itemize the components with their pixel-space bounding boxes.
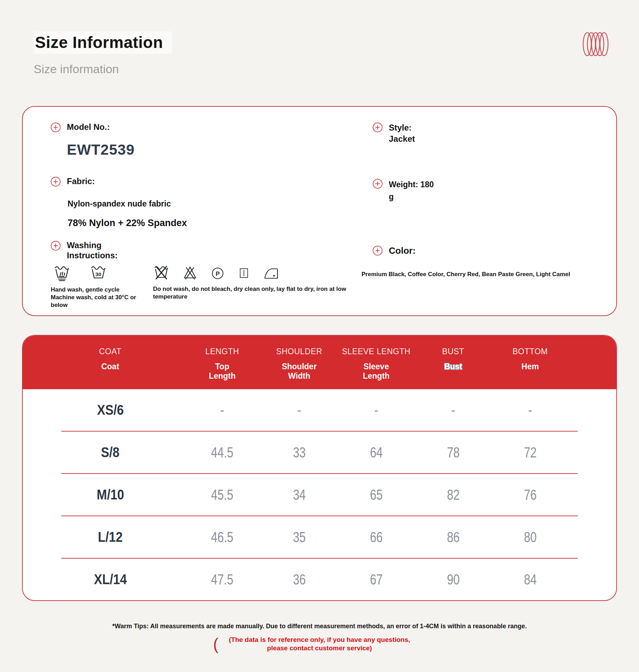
cell-value: 86 bbox=[447, 529, 459, 546]
size-table-header: COAT Coat LENGTH Top Length SHOULDER Sho… bbox=[23, 336, 616, 389]
washing-caption-right: Do not wash, do not bleach, dry clean on… bbox=[153, 285, 352, 301]
plus-circle-icon bbox=[51, 122, 61, 132]
cell-value: - bbox=[220, 402, 224, 419]
cell-value: 46.5 bbox=[211, 529, 233, 546]
cell-value: 90 bbox=[447, 571, 459, 588]
weight-value: Weight: 180 bbox=[389, 178, 434, 191]
style-item: Style: Jacket bbox=[373, 122, 595, 145]
do-not-wash-icon bbox=[153, 264, 170, 282]
cell-value: 65 bbox=[370, 486, 382, 503]
dry-clean-icon: P bbox=[210, 265, 225, 282]
reference-note: ( (The data is for reference only, if yo… bbox=[211, 636, 428, 652]
plus-circle-icon bbox=[373, 246, 382, 255]
cell-value: 82 bbox=[447, 486, 459, 503]
drip-dry-icon bbox=[238, 265, 250, 282]
table-row: S/8 44.5 33 64 78 72 bbox=[23, 432, 616, 473]
washing-instructions-label: Washing Instructions: bbox=[67, 240, 126, 261]
svg-text:30: 30 bbox=[96, 271, 101, 277]
table-row: L/12 46.5 35 66 86 80 bbox=[23, 516, 616, 558]
cell-value: 36 bbox=[293, 571, 306, 588]
model-no-item: Model No.: bbox=[51, 122, 352, 132]
color-item: Color: bbox=[373, 245, 595, 256]
do-not-bleach-icon bbox=[182, 264, 198, 282]
cell-value: 80 bbox=[524, 529, 536, 546]
column-header-coat: COAT Coat bbox=[37, 347, 184, 389]
fabric-description: Nylon-spandex nude fabric bbox=[68, 199, 352, 209]
cell-value: 84 bbox=[524, 571, 536, 588]
table-row: XL/14 47.5 36 67 90 84 bbox=[23, 559, 616, 600]
washing-instructions-item: Washing Instructions: bbox=[51, 240, 352, 261]
cell-value: 47.5 bbox=[211, 571, 233, 588]
color-options: Premium Black, Coffee Color, Cherry Red,… bbox=[361, 271, 595, 278]
cell-value: - bbox=[297, 402, 301, 419]
cell-value: 66 bbox=[370, 529, 382, 546]
cell-value: 67 bbox=[370, 571, 382, 588]
warm-tips-note: *Warm Tips: All measurements are made ma… bbox=[0, 623, 639, 630]
cell-value: 44.5 bbox=[211, 444, 233, 461]
model-no-value: EWT2539 bbox=[67, 141, 352, 158]
cell-value: 72 bbox=[524, 444, 536, 461]
weight-item: Weight: 180 g bbox=[373, 178, 595, 203]
info-left-column: Model No.: EWT2539 Fabric: Nylon-spandex… bbox=[51, 122, 352, 309]
column-header-sleeve-length: SLEEVE LENGTH Sleeve Length bbox=[338, 347, 415, 389]
fabric-composition: 78% Nylon + 22% Spandex bbox=[68, 218, 352, 229]
washing-icons-row: 30 Hand wash, gentle cycle Machine wash,… bbox=[51, 264, 352, 309]
reference-note-text: (The data is for reference only, if you … bbox=[229, 636, 410, 652]
decorative-paren: ( bbox=[213, 634, 218, 654]
cell-value: - bbox=[374, 402, 378, 419]
size-label: XL/14 bbox=[94, 572, 127, 587]
cell-value: 45.5 bbox=[211, 486, 233, 503]
cell-value: - bbox=[528, 402, 532, 419]
size-label: M/10 bbox=[97, 487, 124, 503]
size-label: S/8 bbox=[101, 444, 120, 460]
plus-circle-icon bbox=[51, 241, 61, 251]
cell-value: 34 bbox=[293, 486, 306, 503]
plus-circle-icon bbox=[373, 122, 382, 132]
plus-circle-icon bbox=[373, 179, 382, 189]
style-value: Jacket bbox=[389, 133, 415, 145]
table-row: M/10 45.5 34 65 82 76 bbox=[23, 474, 616, 516]
cell-value: 33 bbox=[293, 444, 306, 461]
size-table: COAT Coat LENGTH Top Length SHOULDER Sho… bbox=[22, 335, 617, 601]
cell-value: - bbox=[451, 402, 455, 419]
washing-caption-left: Hand wash, gentle cycle Machine wash, co… bbox=[51, 286, 144, 309]
style-label: Style: bbox=[389, 122, 415, 133]
page-title: Size Information bbox=[34, 31, 172, 54]
brand-coil-logo-icon bbox=[582, 31, 609, 59]
cell-value: 35 bbox=[293, 529, 306, 546]
info-right-column: Style: Jacket Weight: 180 g Color: Premi… bbox=[352, 122, 595, 309]
column-header-shoulder: SHOULDER Shoulder Width bbox=[261, 347, 338, 389]
size-information-page: Size Information Size information Model … bbox=[0, 0, 639, 672]
cell-value: 76 bbox=[524, 486, 536, 503]
size-label: L/12 bbox=[98, 529, 122, 545]
machine-wash-30-icon: 30 bbox=[89, 264, 107, 283]
fabric-label: Fabric: bbox=[67, 176, 95, 187]
cell-value: 64 bbox=[370, 444, 382, 461]
page-subtitle: Size information bbox=[34, 62, 605, 76]
iron-low-icon bbox=[263, 265, 280, 282]
cell-value: 78 bbox=[447, 444, 459, 461]
svg-text:P: P bbox=[216, 270, 219, 277]
weight-unit: g bbox=[389, 191, 434, 203]
hand-wash-icon bbox=[53, 264, 71, 283]
plus-circle-icon bbox=[51, 177, 61, 187]
color-label: Color: bbox=[389, 245, 416, 256]
model-no-label: Model No.: bbox=[67, 122, 110, 132]
product-info-card: Model No.: EWT2539 Fabric: Nylon-spandex… bbox=[22, 106, 617, 316]
fabric-item: Fabric: bbox=[51, 176, 352, 187]
column-header-bust: BUST Bust bbox=[415, 347, 492, 389]
column-header-length: LENGTH Top Length bbox=[184, 347, 261, 389]
column-header-bottom: BOTTOM Hem bbox=[492, 347, 569, 389]
table-row: XS/6 - - - - - bbox=[23, 389, 616, 431]
page-header: Size Information Size information bbox=[0, 0, 639, 76]
size-label: XS/6 bbox=[97, 402, 124, 418]
